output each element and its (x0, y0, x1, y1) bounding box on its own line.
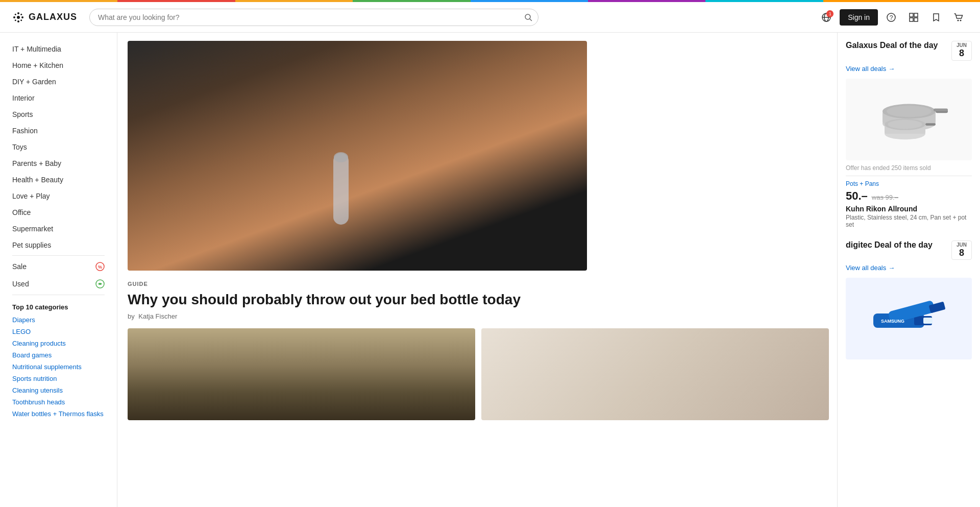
svg-text:%: % (98, 264, 102, 270)
svg-rect-40 (923, 318, 933, 324)
main-layout: IT + Multimedia Home + Kitchen DIY + Gar… (0, 33, 980, 507)
svg-point-5 (15, 13, 16, 15)
svg-point-8 (15, 19, 16, 21)
digitec-arrow-icon: → (888, 264, 895, 272)
svg-rect-37 (934, 108, 948, 111)
sidebar-item-interior[interactable]: Interior (0, 90, 117, 106)
svg-point-21 (960, 19, 962, 21)
help-icon: ? (886, 12, 896, 22)
svg-rect-25 (333, 153, 349, 225)
sidebar-link-cleaning-utensils[interactable]: Cleaning utensils (0, 384, 117, 396)
logo-icon (12, 11, 24, 23)
galaxus-deal-category[interactable]: Pots + Pans (846, 180, 972, 187)
bookmark-icon (931, 12, 941, 22)
svg-rect-17 (914, 13, 918, 17)
galaxus-deal-section: Galaxus Deal of the day JUN 8 View all d… (846, 41, 972, 228)
svg-text:SAMSUNG: SAMSUNG (881, 319, 904, 324)
svg-point-20 (958, 19, 959, 21)
digitec-date-day: 8 (959, 248, 964, 259)
sign-in-button[interactable]: Sign in (840, 9, 878, 26)
sidebar-link-cleaning-products[interactable]: Cleaning products (0, 337, 117, 349)
sidebar-item-sports[interactable]: Sports (0, 106, 117, 123)
digitec-deal-header: digitec Deal of the day JUN 8 (846, 240, 972, 260)
sidebar-item-it-multimedia[interactable]: IT + Multimedia (0, 41, 117, 57)
sidebar-link-board-games[interactable]: Board games (0, 349, 117, 361)
price-was: was 99.– (872, 194, 898, 201)
logo[interactable]: GALAXUS (12, 11, 77, 23)
bookmark-button[interactable] (927, 8, 945, 27)
svg-rect-19 (914, 18, 918, 21)
sidebar-link-diapers[interactable]: Diapers (0, 314, 117, 326)
arrow-icon: → (888, 65, 895, 73)
sidebar-item-fashion[interactable]: Fashion (0, 123, 117, 139)
sidebar: IT + Multimedia Home + Kitchen DIY + Gar… (0, 33, 117, 507)
svg-text:?: ? (890, 14, 893, 21)
galaxus-deal-header: Galaxus Deal of the day JUN 8 (846, 41, 972, 61)
galaxus-deal-title: Galaxus Deal of the day (846, 41, 938, 50)
grid-icon (909, 12, 919, 22)
galaxus-date-day: 8 (959, 48, 964, 59)
svg-rect-16 (910, 13, 913, 17)
galaxus-view-all-link[interactable]: View all deals → (846, 65, 972, 73)
galaxus-deal-details: Plastic, Stainless steel, 24 cm, Pan set… (846, 214, 972, 228)
right-panel: Galaxus Deal of the day JUN 8 View all d… (837, 33, 980, 507)
guide-label: GUIDE (128, 281, 829, 287)
search-input[interactable] (89, 9, 538, 26)
sidebar-item-pet-supplies[interactable]: Pet supplies (0, 237, 117, 253)
article-title: Why you should probably throw out your b… (128, 291, 567, 308)
author-prefix: by (128, 312, 135, 320)
sidebar-item-toys[interactable]: Toys (0, 139, 117, 155)
cart-button[interactable] (949, 8, 968, 27)
used-icon (95, 279, 105, 288)
galaxus-deal-brand: Kuhn Rikon Allround (846, 205, 972, 213)
header: GALAXUS 1 Sign in ? (0, 2, 980, 33)
cart-icon (953, 12, 964, 22)
svg-point-2 (17, 20, 19, 22)
thumbnail-2[interactable] (481, 328, 829, 420)
search-button[interactable] (524, 13, 532, 21)
thumbnails-row (128, 328, 829, 420)
svg-rect-36 (925, 123, 936, 126)
galaxus-date-month: JUN (957, 42, 967, 48)
sidebar-link-toothbrush-heads[interactable]: Toothbrush heads (0, 396, 117, 408)
sidebar-link-nutritional-supplements[interactable]: Nutritional supplements (0, 361, 117, 373)
svg-rect-18 (910, 18, 913, 21)
sidebar-item-office[interactable]: Office (0, 204, 117, 221)
galaxus-deal-status: Offer has ended 250 items sold (846, 164, 972, 172)
sidebar-item-used[interactable]: Used (0, 275, 117, 293)
sidebar-item-health-beauty[interactable]: Health + Beauty (0, 172, 117, 188)
svg-point-1 (17, 12, 19, 14)
digitec-deal-product-image: SAMSUNG (846, 278, 972, 359)
sidebar-item-diy-garden[interactable]: DIY + Garden (0, 74, 117, 90)
sidebar-link-sports-nutrition[interactable]: Sports nutrition (0, 373, 117, 384)
sale-icon: % (95, 262, 105, 271)
deal-divider (846, 176, 972, 176)
hero-image (128, 41, 587, 271)
sidebar-link-water-bottles[interactable]: Water bottles + Thermos flasks (0, 408, 117, 420)
help-button[interactable]: ? (882, 8, 900, 27)
main-content: GUIDE Why you should probably throw out … (117, 33, 837, 507)
search-bar (89, 9, 538, 26)
thumbnail-1[interactable] (128, 328, 475, 420)
digitec-view-all-link[interactable]: View all deals → (846, 264, 972, 272)
price-current: 50.– (846, 189, 868, 203)
pans-illustration (868, 89, 950, 150)
search-icon (524, 13, 532, 21)
sidebar-item-home-kitchen[interactable]: Home + Kitchen (0, 57, 117, 74)
galaxus-deal-product-image (846, 79, 972, 160)
sidebar-divider-1 (12, 255, 105, 256)
digitec-date-badge: JUN 8 (951, 240, 972, 260)
sidebar-item-sale[interactable]: Sale % (0, 258, 117, 275)
top10-title: Top 10 categories (0, 297, 117, 314)
sidebar-item-love-play[interactable]: Love + Play (0, 188, 117, 204)
sidebar-item-supermarket[interactable]: Supermarket (0, 221, 117, 237)
logo-text: GALAXUS (29, 12, 77, 22)
svg-point-0 (17, 16, 20, 19)
sidebar-link-lego[interactable]: LEGO (0, 326, 117, 337)
svg-point-30 (887, 105, 932, 116)
svg-point-26 (334, 152, 348, 162)
bottle-illustration (321, 148, 361, 230)
globe-button[interactable]: 1 (817, 8, 836, 27)
sidebar-item-parents-baby[interactable]: Parents + Baby (0, 155, 117, 172)
grid-button[interactable] (904, 8, 923, 27)
